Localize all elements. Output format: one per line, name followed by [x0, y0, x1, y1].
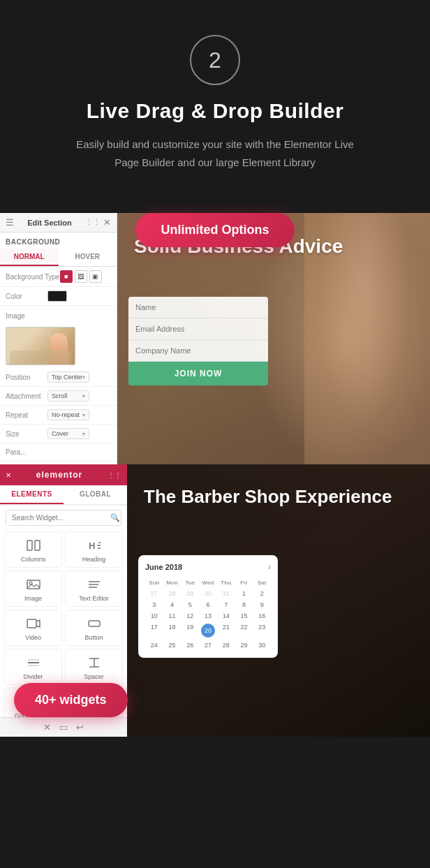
- company-input[interactable]: [128, 340, 268, 362]
- grid-icon[interactable]: ⋮⋮: [85, 218, 101, 227]
- normal-hover-tabs: NORMAL HOVER: [0, 249, 117, 267]
- page-title: Live Drag & Drop Builder: [28, 99, 402, 123]
- image-type-icon[interactable]: 🖼: [75, 270, 87, 283]
- cal-cell[interactable]: 13: [199, 610, 217, 621]
- cal-cell[interactable]: 17: [145, 621, 163, 640]
- columns-icon: [26, 538, 41, 553]
- cal-cell[interactable]: 19: [181, 621, 199, 640]
- cal-cell[interactable]: 22: [235, 621, 253, 640]
- tab-normal[interactable]: NORMAL: [0, 249, 59, 266]
- widget-search-row: 🔍: [6, 510, 121, 526]
- cal-cell[interactable]: 2: [253, 588, 271, 599]
- cal-cell[interactable]: 3: [145, 599, 163, 610]
- widget-search-input[interactable]: [6, 510, 106, 525]
- color-row: Color: [0, 287, 117, 306]
- gradient-type-icon[interactable]: ▣: [89, 270, 102, 283]
- close-x-bottom-icon[interactable]: ✕: [43, 722, 51, 733]
- hamburger-icon[interactable]: ☰: [6, 217, 14, 228]
- tab-elements[interactable]: ELEMENTS: [0, 485, 64, 504]
- name-input[interactable]: [128, 297, 268, 318]
- cal-cell[interactable]: 15: [235, 610, 253, 621]
- calendar-row-4: 17 18 19 20 21 22 23: [145, 621, 271, 640]
- cal-cell[interactable]: 9: [253, 599, 271, 610]
- widget-heading[interactable]: H Heading: [65, 531, 123, 568]
- edit-section-title: Edit Section: [27, 219, 72, 227]
- tab-hover[interactable]: HOVER: [59, 249, 117, 266]
- calendar-next-arrow[interactable]: ›: [268, 562, 271, 572]
- color-swatch[interactable]: [47, 290, 67, 302]
- cal-cell[interactable]: 6: [199, 599, 217, 610]
- widget-spacer[interactable]: Spacer: [65, 649, 123, 685]
- divider-icon: [26, 655, 41, 670]
- image-label: Image: [6, 312, 47, 320]
- cal-cell[interactable]: 27: [145, 588, 163, 599]
- widget-columns[interactable]: Columns: [4, 531, 62, 568]
- heading-label: Heading: [82, 556, 106, 563]
- widget-divider[interactable]: Divider: [4, 649, 62, 685]
- cal-cell[interactable]: 26: [181, 640, 199, 651]
- cal-cell[interactable]: 24: [145, 640, 163, 651]
- cal-cell[interactable]: 11: [163, 610, 181, 621]
- attachment-select[interactable]: Scroll ▾: [47, 390, 89, 402]
- cal-cell[interactable]: 16: [253, 610, 271, 621]
- section-description: Easily build and customize your site wit…: [68, 135, 362, 171]
- widget-image[interactable]: Image: [4, 571, 62, 607]
- business-advice-panel: Solid Business Advice JOIN NOW: [117, 213, 430, 464]
- image-thumbnail[interactable]: [6, 327, 75, 365]
- cal-cell[interactable]: 18: [163, 621, 181, 640]
- calendar-header: June 2018 ›: [145, 562, 271, 572]
- cal-cell[interactable]: 25: [163, 640, 181, 651]
- heading-icon: H: [87, 538, 102, 553]
- cal-cell[interactable]: 28: [217, 640, 235, 651]
- cal-cell[interactable]: 23: [253, 621, 271, 640]
- cal-cell[interactable]: 29: [235, 640, 253, 651]
- svg-rect-12: [89, 621, 100, 626]
- cal-cell[interactable]: 31: [217, 588, 235, 599]
- position-select[interactable]: Top Center ▾: [47, 372, 89, 383]
- cal-cell[interactable]: 7: [217, 599, 235, 610]
- grid-dots-icon[interactable]: ⋮⋮: [108, 471, 121, 479]
- text-editor-label: Text Editor: [79, 595, 109, 602]
- email-input[interactable]: [128, 318, 268, 340]
- size-select[interactable]: Cover ▾: [47, 428, 89, 439]
- cal-cell[interactable]: 27: [199, 640, 217, 651]
- cal-cell[interactable]: 5: [181, 599, 199, 610]
- repeat-select[interactable]: No-repeat ▾: [47, 409, 89, 420]
- cal-cell[interactable]: 1: [235, 588, 253, 599]
- bg-type-icons: ■ 🖼 ▣: [60, 270, 102, 283]
- tab-global[interactable]: GLOBAL: [64, 485, 127, 504]
- lower-topbar-icons: ⋮⋮: [108, 471, 121, 479]
- calendar-header-row: Sun Mon Tue Wed Thu Fri Sat: [145, 578, 271, 588]
- close-icon[interactable]: ✕: [103, 217, 111, 228]
- responsive-icon[interactable]: ▭: [59, 722, 68, 733]
- color-type-icon[interactable]: ■: [60, 270, 73, 283]
- cal-cell[interactable]: 8: [235, 599, 253, 610]
- button-icon: [87, 616, 102, 631]
- image-icon: [26, 577, 41, 592]
- cal-cell[interactable]: 4: [163, 599, 181, 610]
- spacer-label: Spacer: [84, 673, 104, 680]
- text-editor-icon: [87, 577, 102, 592]
- attachment-label: Attachment: [6, 392, 47, 400]
- undo-icon[interactable]: ↩: [76, 722, 84, 733]
- cal-cell[interactable]: 30: [199, 588, 217, 599]
- widget-video[interactable]: Video: [4, 610, 62, 646]
- cal-cell[interactable]: 28: [163, 588, 181, 599]
- cal-thu: Thu: [217, 578, 235, 588]
- cal-cell[interactable]: 14: [217, 610, 235, 621]
- cal-cell[interactable]: 12: [181, 610, 199, 621]
- svg-text:H: H: [89, 540, 95, 551]
- elementor-logo: elementor: [36, 470, 82, 480]
- video-icon: [26, 616, 41, 631]
- cal-cell[interactable]: 21: [217, 621, 235, 640]
- cal-cell[interactable]: 29: [181, 588, 199, 599]
- cal-cell[interactable]: 30: [253, 640, 271, 651]
- position-row: Position Top Center ▾: [0, 368, 117, 387]
- close-x-icon[interactable]: ✕: [6, 471, 11, 479]
- cal-today[interactable]: 20: [199, 621, 217, 640]
- widget-text-editor[interactable]: Text Editor: [65, 571, 123, 607]
- elements-global-tabs: ELEMENTS GLOBAL: [0, 485, 127, 506]
- join-now-button[interactable]: JOIN NOW: [128, 362, 268, 385]
- widget-button[interactable]: Button: [65, 610, 123, 646]
- cal-cell[interactable]: 10: [145, 610, 163, 621]
